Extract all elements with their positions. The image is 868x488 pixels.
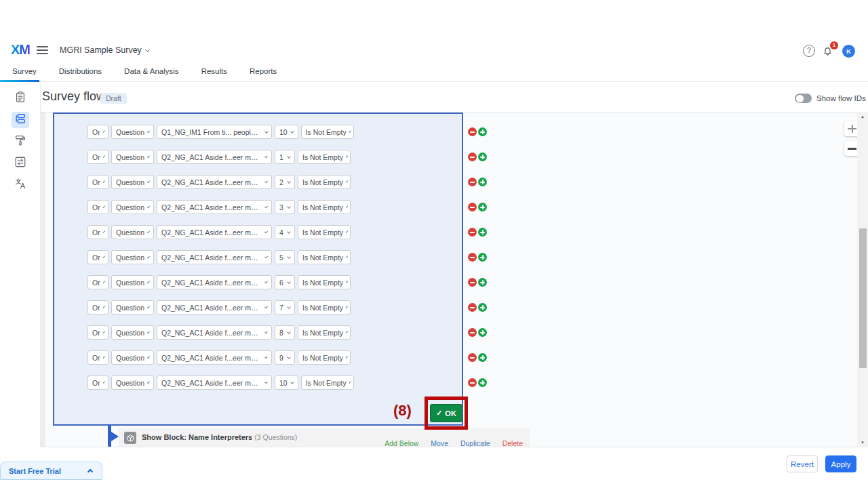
tab-distributions[interactable]: Distributions [59, 62, 102, 81]
show-flow-ids-toggle[interactable] [795, 94, 812, 103]
operator-dropdown[interactable]: Is Not Empty [298, 225, 351, 239]
user-avatar[interactable]: K [842, 45, 855, 58]
remove-condition-icon[interactable] [468, 127, 477, 136]
remove-condition-icon[interactable] [468, 203, 477, 211]
operator-dropdown[interactable]: Is Not Empty [298, 200, 351, 214]
tab-data-analysis[interactable]: Data & Analysis [124, 62, 179, 81]
operator-dropdown[interactable]: Is Not Empty [298, 250, 351, 264]
remove-condition-icon[interactable] [468, 278, 477, 287]
question-dropdown[interactable]: Q1_NG_IM1 From ti... people. For e... [157, 125, 272, 139]
choice-dropdown[interactable]: 3 [275, 200, 295, 214]
question-dropdown[interactable]: Q2_NG_AC1 Aside f...eer matters wi... [157, 250, 272, 264]
apply-button[interactable]: Apply [825, 455, 856, 472]
choice-dropdown[interactable]: 10 [275, 375, 298, 390]
condition-type-dropdown[interactable]: Question [111, 300, 154, 314]
delete-link[interactable]: Delete [502, 439, 523, 447]
tab-survey[interactable]: Survey [12, 62, 37, 81]
logic-dropdown[interactable]: Or [87, 125, 108, 139]
revert-button[interactable]: Revert [787, 455, 818, 472]
add-condition-icon[interactable] [478, 203, 487, 211]
condition-type-dropdown[interactable]: Question [111, 150, 154, 164]
move-link[interactable]: Move [431, 439, 448, 447]
choice-dropdown[interactable]: 5 [275, 250, 295, 264]
logic-dropdown[interactable]: Or [87, 350, 108, 365]
operator-dropdown[interactable]: Is Not Empty [298, 175, 351, 189]
add-condition-icon[interactable] [478, 278, 487, 287]
scrollbar-up-arrow[interactable]: ▲ [857, 115, 868, 119]
survey-name-dropdown[interactable]: MGRI Sample Survey [60, 45, 149, 55]
choice-dropdown[interactable]: 1 [275, 150, 295, 164]
question-dropdown[interactable]: Q2_NG_AC1 Aside f...eer matters wi... [157, 375, 272, 390]
condition-type-dropdown[interactable]: Question [111, 375, 154, 390]
remove-condition-icon[interactable] [468, 178, 477, 186]
condition-type-dropdown[interactable]: Question [111, 200, 154, 214]
logic-dropdown[interactable]: Or [87, 150, 108, 164]
operator-dropdown[interactable]: Is Not Empty [298, 300, 351, 314]
choice-dropdown[interactable]: 2 [275, 175, 295, 189]
operator-dropdown[interactable]: Is Not Empty [298, 150, 351, 164]
operator-dropdown[interactable]: Is Not Empty [298, 325, 351, 340]
condition-type-dropdown[interactable]: Question [111, 325, 154, 340]
vertical-scrollbar[interactable]: ▲ ▼ [857, 112, 868, 447]
tab-reports[interactable]: Reports [250, 62, 277, 81]
scrollbar-thumb[interactable] [859, 228, 867, 368]
add-condition-icon[interactable] [478, 127, 487, 136]
condition-type-dropdown[interactable]: Question [111, 250, 154, 264]
operator-dropdown[interactable]: Is Not Empty [298, 275, 351, 289]
add-condition-icon[interactable] [478, 303, 487, 312]
duplicate-link[interactable]: Duplicate [460, 439, 490, 447]
question-dropdown[interactable]: Q2_NG_AC1 Aside f...eer matters wi... [157, 350, 272, 365]
condition-type-dropdown[interactable]: Question [111, 175, 154, 189]
remove-condition-icon[interactable] [468, 228, 477, 237]
logic-dropdown[interactable]: Or [87, 175, 108, 189]
add-below-link[interactable]: Add Below [384, 439, 418, 447]
choice-dropdown[interactable]: 9 [275, 350, 295, 365]
operator-dropdown[interactable]: Is Not Empty [301, 125, 354, 139]
logic-dropdown[interactable]: Or [87, 200, 108, 214]
question-dropdown[interactable]: Q2_NG_AC1 Aside f...eer matters wi... [157, 325, 272, 340]
add-condition-icon[interactable] [478, 353, 487, 362]
choice-dropdown[interactable]: 10 [275, 125, 298, 139]
sidebar-item-translations[interactable] [12, 177, 29, 193]
sidebar-item-survey-flow[interactable] [12, 112, 29, 128]
logic-dropdown[interactable]: Or [87, 225, 108, 239]
logic-dropdown[interactable]: Or [87, 325, 108, 340]
show-block-element[interactable]: Show Block: Name Interpreters (3 Questio… [119, 428, 530, 447]
sidebar-item-look-and-feel[interactable] [12, 134, 29, 150]
add-condition-icon[interactable] [478, 328, 487, 337]
remove-condition-icon[interactable] [468, 303, 477, 312]
condition-type-dropdown[interactable]: Question [111, 350, 154, 365]
add-condition-icon[interactable] [478, 378, 487, 387]
condition-type-dropdown[interactable]: Question [111, 275, 154, 289]
choice-dropdown[interactable]: 4 [275, 225, 295, 239]
choice-dropdown[interactable]: 7 [275, 300, 295, 314]
question-dropdown[interactable]: Q2_NG_AC1 Aside f...eer matters wi... [157, 150, 272, 164]
tab-results[interactable]: Results [201, 62, 227, 81]
remove-condition-icon[interactable] [468, 378, 477, 387]
logic-dropdown[interactable]: Or [87, 250, 108, 264]
question-dropdown[interactable]: Q2_NG_AC1 Aside f...eer matters wi... [157, 225, 272, 239]
logic-dropdown[interactable]: Or [87, 300, 108, 314]
logic-dropdown[interactable]: Or [87, 375, 108, 390]
condition-type-dropdown[interactable]: Question [111, 125, 154, 139]
operator-dropdown[interactable]: Is Not Empty [298, 350, 351, 365]
remove-condition-icon[interactable] [468, 253, 477, 262]
question-dropdown[interactable]: Q2_NG_AC1 Aside f...eer matters wi... [157, 200, 272, 214]
question-dropdown[interactable]: Q2_NG_AC1 Aside f...eer matters wi... [157, 275, 272, 289]
remove-condition-icon[interactable] [468, 328, 477, 337]
question-dropdown[interactable]: Q2_NG_AC1 Aside f...eer matters wi... [157, 175, 272, 189]
remove-condition-icon[interactable] [468, 353, 477, 362]
zoom-in-button[interactable] [844, 121, 857, 136]
zoom-out-button[interactable] [844, 141, 857, 156]
operator-dropdown[interactable]: Is Not Empty [301, 375, 354, 390]
add-condition-icon[interactable] [478, 178, 487, 186]
sidebar-item-survey-builder[interactable] [12, 90, 29, 106]
add-condition-icon[interactable] [478, 253, 487, 262]
help-icon[interactable]: ? [803, 45, 815, 57]
start-free-trial-bar[interactable]: Start Free Trial [0, 462, 102, 480]
choice-dropdown[interactable]: 8 [275, 325, 295, 340]
choice-dropdown[interactable]: 6 [275, 275, 295, 289]
hamburger-menu-icon[interactable] [37, 46, 48, 55]
scrollbar-down-arrow[interactable]: ▼ [857, 441, 868, 445]
add-condition-icon[interactable] [478, 228, 487, 237]
